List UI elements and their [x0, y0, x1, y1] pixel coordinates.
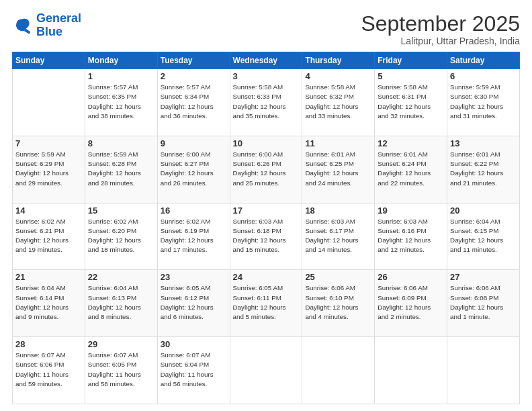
calendar-cell: 3Sunrise: 5:58 AMSunset: 6:33 PMDaylight… [230, 69, 302, 136]
day-info: Sunrise: 6:04 AMSunset: 6:13 PMDaylight:… [88, 283, 154, 322]
calendar-cell: 26Sunrise: 6:06 AMSunset: 6:09 PMDayligh… [375, 270, 447, 337]
day-number: 10 [233, 138, 300, 148]
weekday-header-sunday: Sunday [13, 52, 85, 69]
logo: General Blue [12, 12, 81, 39]
day-info: Sunrise: 6:02 AMSunset: 6:21 PMDaylight:… [15, 217, 82, 255]
day-info: Sunrise: 6:01 AMSunset: 6:24 PMDaylight:… [378, 150, 444, 188]
day-info: Sunrise: 6:02 AMSunset: 6:20 PMDaylight:… [88, 217, 154, 255]
weekday-header-monday: Monday [85, 52, 157, 69]
day-number: 18 [305, 205, 371, 216]
calendar-cell: 12Sunrise: 6:01 AMSunset: 6:24 PMDayligh… [375, 136, 447, 203]
day-info: Sunrise: 5:59 AMSunset: 6:28 PMDaylight:… [88, 150, 154, 188]
calendar-cell [302, 337, 375, 404]
day-info: Sunrise: 6:05 AMSunset: 6:11 PMDaylight:… [233, 283, 300, 322]
calendar-cell: 16Sunrise: 6:02 AMSunset: 6:19 PMDayligh… [157, 203, 230, 270]
day-info: Sunrise: 5:58 AMSunset: 6:33 PMDaylight:… [233, 83, 300, 121]
calendar-cell: 9Sunrise: 6:00 AMSunset: 6:27 PMDaylight… [157, 136, 230, 203]
day-number: 5 [378, 71, 444, 81]
day-info: Sunrise: 6:00 AMSunset: 6:26 PMDaylight:… [233, 150, 300, 188]
day-number: 13 [450, 138, 517, 148]
calendar-cell [230, 337, 302, 404]
day-number: 29 [88, 339, 154, 349]
calendar-cell: 14Sunrise: 6:02 AMSunset: 6:21 PMDayligh… [13, 203, 85, 270]
calendar-cell [375, 337, 447, 404]
weekday-header-tuesday: Tuesday [157, 52, 230, 69]
calendar-week-1: 7Sunrise: 5:59 AMSunset: 6:29 PMDaylight… [13, 136, 520, 203]
calendar-cell: 30Sunrise: 6:07 AMSunset: 6:04 PMDayligh… [157, 337, 230, 404]
calendar-week-0: 1Sunrise: 5:57 AMSunset: 6:35 PMDaylight… [13, 69, 520, 136]
day-info: Sunrise: 6:04 AMSunset: 6:15 PMDaylight:… [450, 217, 517, 255]
logo-line1: General [36, 11, 81, 25]
day-number: 6 [450, 71, 517, 81]
page: General Blue September 2025 Lalitpur, Ut… [0, 0, 532, 411]
calendar-cell: 24Sunrise: 6:05 AMSunset: 6:11 PMDayligh… [230, 270, 302, 337]
day-number: 2 [161, 71, 227, 81]
calendar-cell: 13Sunrise: 6:01 AMSunset: 6:22 PMDayligh… [447, 136, 520, 203]
weekday-header-thursday: Thursday [302, 52, 375, 69]
calendar-cell: 25Sunrise: 6:06 AMSunset: 6:10 PMDayligh… [302, 270, 375, 337]
day-number: 17 [233, 205, 300, 216]
day-info: Sunrise: 6:05 AMSunset: 6:12 PMDaylight:… [161, 283, 227, 322]
calendar-cell: 27Sunrise: 6:06 AMSunset: 6:08 PMDayligh… [447, 270, 520, 337]
calendar-table: SundayMondayTuesdayWednesdayThursdayFrid… [12, 52, 520, 404]
calendar-cell: 6Sunrise: 5:59 AMSunset: 6:30 PMDaylight… [447, 69, 520, 136]
weekday-header-row: SundayMondayTuesdayWednesdayThursdayFrid… [13, 52, 520, 69]
day-info: Sunrise: 6:03 AMSunset: 6:18 PMDaylight:… [233, 217, 300, 255]
calendar-week-3: 21Sunrise: 6:04 AMSunset: 6:14 PMDayligh… [13, 270, 520, 337]
day-info: Sunrise: 6:07 AMSunset: 6:05 PMDaylight:… [88, 351, 154, 389]
calendar-cell: 28Sunrise: 6:07 AMSunset: 6:06 PMDayligh… [13, 337, 85, 404]
day-info: Sunrise: 6:04 AMSunset: 6:14 PMDaylight:… [15, 283, 82, 322]
calendar-cell: 5Sunrise: 5:58 AMSunset: 6:31 PMDaylight… [375, 69, 447, 136]
day-info: Sunrise: 6:03 AMSunset: 6:17 PMDaylight:… [305, 217, 371, 255]
day-number: 24 [233, 272, 300, 282]
day-info: Sunrise: 6:02 AMSunset: 6:19 PMDaylight:… [161, 217, 227, 255]
calendar-week-2: 14Sunrise: 6:02 AMSunset: 6:21 PMDayligh… [13, 203, 520, 270]
day-number: 22 [88, 272, 154, 282]
day-number: 25 [305, 272, 371, 282]
weekday-header-friday: Friday [375, 52, 447, 69]
day-info: Sunrise: 6:07 AMSunset: 6:06 PMDaylight:… [15, 351, 82, 389]
day-number: 21 [15, 272, 82, 282]
day-number: 28 [15, 339, 82, 349]
day-number: 11 [305, 138, 371, 148]
calendar-cell: 11Sunrise: 6:01 AMSunset: 6:25 PMDayligh… [302, 136, 375, 203]
calendar-cell: 19Sunrise: 6:03 AMSunset: 6:16 PMDayligh… [375, 203, 447, 270]
calendar-cell: 22Sunrise: 6:04 AMSunset: 6:13 PMDayligh… [85, 270, 157, 337]
day-number: 3 [233, 71, 300, 81]
day-info: Sunrise: 5:57 AMSunset: 6:35 PMDaylight:… [88, 83, 154, 121]
weekday-header-wednesday: Wednesday [230, 52, 302, 69]
day-info: Sunrise: 5:57 AMSunset: 6:34 PMDaylight:… [161, 83, 227, 121]
day-number: 12 [378, 138, 444, 148]
day-number: 14 [15, 205, 82, 216]
day-info: Sunrise: 5:59 AMSunset: 6:30 PMDaylight:… [450, 83, 517, 121]
calendar-cell: 10Sunrise: 6:00 AMSunset: 6:26 PMDayligh… [230, 136, 302, 203]
day-number: 19 [378, 205, 444, 216]
day-info: Sunrise: 6:06 AMSunset: 6:10 PMDaylight:… [305, 283, 371, 322]
day-info: Sunrise: 5:58 AMSunset: 6:31 PMDaylight:… [378, 83, 444, 121]
day-info: Sunrise: 6:03 AMSunset: 6:16 PMDaylight:… [378, 217, 444, 255]
calendar-cell: 2Sunrise: 5:57 AMSunset: 6:34 PMDaylight… [157, 69, 230, 136]
calendar-week-4: 28Sunrise: 6:07 AMSunset: 6:06 PMDayligh… [13, 337, 520, 404]
calendar-cell: 8Sunrise: 5:59 AMSunset: 6:28 PMDaylight… [85, 136, 157, 203]
day-number: 4 [305, 71, 371, 81]
day-number: 8 [88, 138, 154, 148]
day-number: 16 [161, 205, 227, 216]
day-info: Sunrise: 6:00 AMSunset: 6:27 PMDaylight:… [161, 150, 227, 188]
day-number: 20 [450, 205, 517, 216]
calendar-cell: 29Sunrise: 6:07 AMSunset: 6:05 PMDayligh… [85, 337, 157, 404]
day-number: 15 [88, 205, 154, 216]
day-info: Sunrise: 6:01 AMSunset: 6:22 PMDaylight:… [450, 150, 517, 188]
calendar-cell [447, 337, 520, 404]
calendar-cell: 17Sunrise: 6:03 AMSunset: 6:18 PMDayligh… [230, 203, 302, 270]
month-title: September 2025 [361, 12, 520, 36]
calendar-cell: 15Sunrise: 6:02 AMSunset: 6:20 PMDayligh… [85, 203, 157, 270]
calendar-cell: 4Sunrise: 5:58 AMSunset: 6:32 PMDaylight… [302, 69, 375, 136]
calendar-cell: 23Sunrise: 6:05 AMSunset: 6:12 PMDayligh… [157, 270, 230, 337]
day-number: 27 [450, 272, 517, 282]
day-info: Sunrise: 5:58 AMSunset: 6:32 PMDaylight:… [305, 83, 371, 121]
day-number: 30 [161, 339, 227, 349]
day-number: 9 [161, 138, 227, 148]
calendar-cell: 1Sunrise: 5:57 AMSunset: 6:35 PMDaylight… [85, 69, 157, 136]
day-info: Sunrise: 6:06 AMSunset: 6:09 PMDaylight:… [378, 283, 444, 322]
subtitle: Lalitpur, Uttar Pradesh, India [361, 36, 520, 46]
